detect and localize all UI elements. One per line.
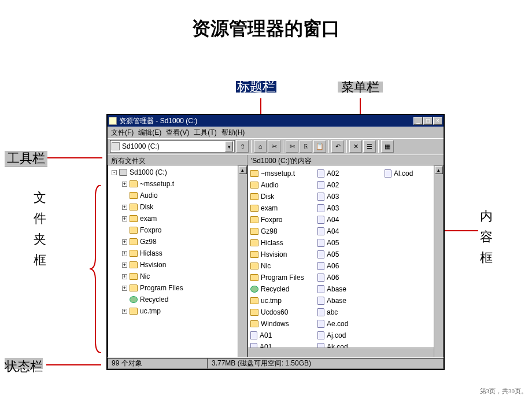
list-item[interactable]: Hiclass bbox=[250, 237, 317, 249]
list-item-label: Disk bbox=[261, 193, 274, 201]
tree-node[interactable]: Recycled bbox=[112, 294, 246, 305]
tree-node[interactable]: Audio bbox=[112, 190, 246, 201]
scroll-up-icon[interactable]: ▴ bbox=[239, 166, 247, 174]
tree-node[interactable]: +Hsvision bbox=[112, 259, 246, 271]
separator bbox=[328, 140, 329, 153]
tree-node[interactable]: Foxpro bbox=[112, 224, 246, 236]
paste-button[interactable]: 📋 bbox=[313, 140, 326, 153]
list-item[interactable]: Ae.cod bbox=[317, 318, 385, 330]
list-item[interactable]: exam bbox=[250, 202, 317, 214]
views-button[interactable]: ▦ bbox=[381, 140, 394, 153]
spacer bbox=[122, 228, 127, 233]
slide-title: 资源管理器的窗口 bbox=[0, 0, 532, 42]
list-item[interactable]: Abase bbox=[317, 295, 385, 306]
tree-node[interactable]: +Gz98 bbox=[112, 236, 246, 247]
delete-button[interactable]: ✕ bbox=[349, 140, 362, 153]
list-item-label: Hiclass bbox=[261, 239, 283, 247]
expand-icon[interactable]: + bbox=[122, 216, 127, 221]
scroll-up-icon[interactable]: ▴ bbox=[435, 166, 443, 174]
expand-icon[interactable]: + bbox=[122, 251, 127, 256]
list-item[interactable]: Recycled bbox=[250, 283, 317, 295]
list-item[interactable]: Audio bbox=[250, 179, 317, 191]
list-item[interactable]: A03 bbox=[317, 191, 385, 202]
list-item[interactable]: Program Files bbox=[250, 272, 317, 283]
chevron-down-icon[interactable]: ▾ bbox=[225, 141, 233, 152]
list-item[interactable]: A03 bbox=[317, 202, 385, 214]
list-item[interactable]: Aj.cod bbox=[317, 330, 385, 341]
disconnect-button[interactable]: ✂ bbox=[268, 140, 280, 153]
collapse-icon[interactable]: - bbox=[112, 170, 117, 175]
expand-icon[interactable]: + bbox=[122, 263, 127, 268]
folder-icon bbox=[130, 238, 138, 245]
content-list-pane[interactable]: ~mssetup.tAudioDiskexamFoxproGz98Hiclass… bbox=[247, 165, 444, 357]
list-item[interactable]: uc.tmp bbox=[250, 295, 317, 306]
tree-node[interactable]: +uc.tmp bbox=[112, 305, 246, 317]
cut-button[interactable]: ✄ bbox=[286, 140, 298, 153]
list-item[interactable]: A01 bbox=[250, 330, 317, 341]
minimize-button[interactable]: _ bbox=[413, 117, 423, 125]
expand-icon[interactable]: + bbox=[122, 205, 127, 210]
copy-button[interactable]: ⎘ bbox=[300, 140, 312, 153]
list-item-label: Gz98 bbox=[261, 227, 278, 235]
expand-icon[interactable]: + bbox=[122, 286, 127, 291]
menu-tools[interactable]: 工具(T) bbox=[194, 128, 216, 138]
list-item[interactable]: Abase bbox=[317, 283, 385, 295]
list-item[interactable]: Foxpro bbox=[250, 214, 317, 226]
properties-button[interactable]: ☰ bbox=[363, 140, 376, 153]
list-item[interactable]: A02 bbox=[317, 179, 385, 191]
scrollbar-vertical[interactable]: ▴ bbox=[238, 165, 247, 357]
folder-tree-pane[interactable]: -Sd1000 (C:)+~mssetup.tAudio+Disk+examFo… bbox=[108, 165, 247, 357]
list-item[interactable]: A06 bbox=[317, 260, 385, 272]
tree-node[interactable]: +Nic bbox=[112, 271, 246, 282]
list-item-label: Windows bbox=[261, 320, 289, 328]
list-item-label: Ae.cod bbox=[327, 320, 348, 328]
tree-node[interactable]: +exam bbox=[112, 213, 246, 224]
titlebar[interactable]: 资源管理器 - Sd1000 (C:) _ □ × bbox=[108, 115, 444, 127]
list-item[interactable]: Ucdos60 bbox=[250, 306, 317, 318]
scrollbar-horizontal[interactable] bbox=[248, 348, 434, 357]
file-icon bbox=[317, 193, 324, 201]
list-item[interactable]: Disk bbox=[250, 191, 317, 202]
expand-icon[interactable]: + bbox=[122, 274, 127, 279]
drive-icon bbox=[119, 169, 127, 176]
menu-view[interactable]: 查看(V) bbox=[166, 128, 189, 138]
list-item[interactable]: abc bbox=[317, 306, 385, 318]
tree-node[interactable]: -Sd1000 (C:) bbox=[112, 167, 246, 178]
address-combo[interactable]: Sd1000 (C:) ▾ bbox=[110, 140, 235, 153]
expand-icon[interactable]: + bbox=[122, 309, 127, 314]
list-item-label: Ucdos60 bbox=[261, 308, 288, 316]
list-item[interactable]: ~mssetup.t bbox=[250, 168, 317, 179]
undo-button[interactable]: ↶ bbox=[331, 140, 344, 153]
folder-icon bbox=[250, 228, 258, 235]
tree-node[interactable]: +Hiclass bbox=[112, 247, 246, 259]
list-item[interactable]: A06 bbox=[317, 272, 385, 283]
expand-icon[interactable]: + bbox=[122, 239, 127, 245]
scrollbar-vertical[interactable]: ▴ bbox=[434, 165, 443, 357]
tree-node-label: Disk bbox=[140, 201, 153, 213]
expand-icon[interactable]: + bbox=[122, 182, 127, 187]
tree-node[interactable]: +~mssetup.t bbox=[112, 178, 246, 190]
close-button[interactable]: × bbox=[433, 117, 442, 125]
menu-edit[interactable]: 编辑(E) bbox=[138, 128, 161, 138]
list-item[interactable]: A05 bbox=[317, 249, 385, 260]
up-button[interactable]: ⇧ bbox=[236, 140, 249, 153]
map-drive-button[interactable]: ⌂ bbox=[254, 140, 267, 153]
menu-help[interactable]: 帮助(H) bbox=[221, 128, 245, 138]
recycle-icon bbox=[250, 286, 258, 293]
list-item[interactable]: A04 bbox=[317, 226, 385, 237]
tree-node-label: Hiclass bbox=[140, 247, 162, 259]
list-item[interactable]: A04 bbox=[317, 214, 385, 226]
tree-node[interactable]: +Disk bbox=[112, 201, 246, 213]
list-item[interactable]: A02 bbox=[317, 168, 385, 179]
list-item[interactable]: Windows bbox=[250, 318, 317, 330]
list-item[interactable]: Gz98 bbox=[250, 226, 317, 237]
list-item[interactable]: Nic bbox=[250, 260, 317, 272]
list-item-label: uc.tmp bbox=[261, 297, 282, 305]
menu-file[interactable]: 文件(F) bbox=[111, 128, 134, 138]
list-item[interactable]: Hsvision bbox=[250, 249, 317, 260]
maximize-button[interactable]: □ bbox=[423, 117, 433, 125]
list-item[interactable]: A05 bbox=[317, 237, 385, 249]
tree-node[interactable]: +Program Files bbox=[112, 282, 246, 294]
file-icon bbox=[317, 274, 324, 282]
callout-content-pane: 内容框 bbox=[480, 206, 494, 268]
